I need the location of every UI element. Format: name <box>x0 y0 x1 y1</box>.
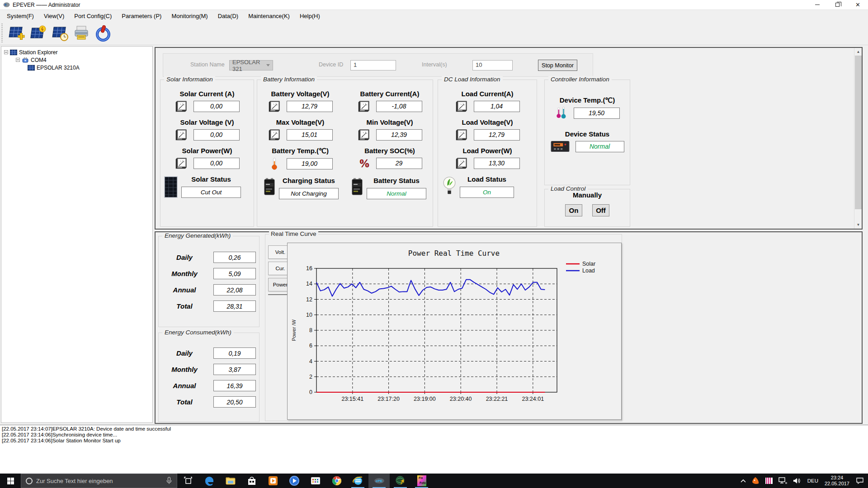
tree-item-com4[interactable]: COM4 <box>1 56 152 64</box>
svg-text:10: 10 <box>306 312 312 318</box>
store-icon[interactable] <box>241 474 262 488</box>
load-on-button[interactable]: On <box>565 204 582 216</box>
svg-text:Load: Load <box>582 267 595 274</box>
device-status-value: Normal <box>576 141 624 152</box>
svg-text:16: 16 <box>306 265 312 272</box>
device-temp-value: 19,50 <box>574 108 620 119</box>
menu-view[interactable]: View(V) <box>39 11 69 21</box>
edge-icon[interactable] <box>198 474 220 488</box>
energy-and-curve-panel: Energy Generated(kWh) Daily0,26 Monthly5… <box>155 231 863 424</box>
svg-text:23:15:41: 23:15:41 <box>341 396 363 402</box>
gen-annual-label: Annual <box>162 286 207 294</box>
media-player-icon[interactable] <box>262 474 283 488</box>
download-manager-icon[interactable] <box>390 474 411 488</box>
menu-data[interactable]: Data(D) <box>213 11 244 21</box>
solar-current-value: 0,00 <box>193 101 240 112</box>
restore-button[interactable] <box>827 0 848 10</box>
epever-logo-icon: e <box>3 1 10 8</box>
menu-maintenance[interactable]: Maintenance(K) <box>243 11 295 21</box>
gauge-icon <box>175 128 188 141</box>
power-icon[interactable] <box>92 23 114 44</box>
avast-icon[interactable] <box>749 474 762 488</box>
menu-monitoring[interactable]: Monitoring(M) <box>166 11 212 21</box>
menu-port-config[interactable]: Port Config(C) <box>69 11 117 21</box>
chrome-icon[interactable] <box>326 474 347 488</box>
con-total-label: Total <box>162 398 207 406</box>
svg-text:23:24:01: 23:24:01 <box>522 396 544 402</box>
tool-bar <box>0 22 868 45</box>
app-grid-icon[interactable] <box>305 474 326 488</box>
gauge-icon <box>455 100 468 113</box>
dual-thermometer-icon <box>555 107 568 119</box>
start-button[interactable] <box>0 474 21 488</box>
svg-text:6: 6 <box>309 343 312 349</box>
hidden-icons-chevron-icon[interactable] <box>738 474 748 488</box>
scrollbar-thumb[interactable] <box>855 56 862 209</box>
solar-panel-icon <box>10 49 17 56</box>
file-explorer-icon[interactable] <box>220 474 241 488</box>
video-player-icon[interactable] <box>283 474 305 488</box>
dc-load-information-group: DC Load Information Load Current(A) 1,04… <box>438 80 537 227</box>
tree-label[interactable]: COM4 <box>31 57 47 63</box>
menu-parameters[interactable]: Parameters (P) <box>117 11 166 21</box>
print-icon[interactable] <box>71 23 92 44</box>
tree-item-station-explorer[interactable]: Station Explorer <box>1 48 152 56</box>
load-voltage-label: Load Voltage(V) <box>438 118 537 126</box>
volume-icon[interactable] <box>791 474 804 488</box>
menu-help[interactable]: Help(H) <box>295 11 325 21</box>
tree-item-epsolar-3210a[interactable]: EPSOLAR 3210A <box>1 64 152 71</box>
minimize-button[interactable] <box>807 0 827 10</box>
svg-text:12: 12 <box>306 296 312 303</box>
charging-status-value: Not Charging <box>279 188 339 199</box>
expander-icon[interactable] <box>16 58 20 62</box>
solar-current-label: Solar Current (A) <box>160 90 254 98</box>
gauge-icon <box>358 100 370 113</box>
group-title: Load Control <box>548 185 588 192</box>
tray-date: 22.05.2017 <box>825 481 849 487</box>
vertical-scrollbar[interactable]: ▲ ▼ <box>854 48 862 229</box>
station-monitor-icon[interactable] <box>27 23 49 44</box>
load-voltage-value: 12,79 <box>474 129 520 141</box>
gauge-icon <box>175 100 188 113</box>
solar-power-label: Solar Power(W) <box>160 147 254 155</box>
tree-label[interactable]: EPSOLAR 3210A <box>37 65 80 71</box>
load-off-button[interactable]: Off <box>592 204 609 216</box>
energy-generated-group: Energy Generated(kWh) Daily0,26 Monthly5… <box>158 236 259 327</box>
realtime-chart-svg: Power Real Time CurvePower /W23:15:4123:… <box>288 243 621 419</box>
epever-icon[interactable]: ePE <box>368 474 390 488</box>
action-center-icon[interactable] <box>854 474 866 488</box>
add-station-icon[interactable] <box>5 23 27 44</box>
network-icon[interactable] <box>776 474 790 488</box>
station-history-icon[interactable] <box>49 23 71 44</box>
menu-system[interactable]: System(F) <box>2 11 39 21</box>
battery-voltage-value: 12,79 <box>287 101 333 112</box>
windows-logo-icon <box>7 478 14 484</box>
expander-icon[interactable] <box>4 50 8 54</box>
station-explorer-tree: Station Explorer COM4 EPSOLAR 3210A <box>1 46 153 423</box>
station-name-value: EPSOLAR 321 <box>232 59 266 72</box>
station-name-select[interactable]: EPSOLAR 321 <box>229 60 273 70</box>
close-button[interactable]: ✕ <box>848 0 868 10</box>
stop-monitor-button[interactable]: Stop Monitor <box>538 60 577 71</box>
task-view-icon[interactable] <box>177 474 198 488</box>
load-power-value: 13,30 <box>474 158 520 169</box>
microphone-icon[interactable] <box>166 477 172 485</box>
battery-soc-label: Battery SOC(%) <box>347 147 433 155</box>
interval-field[interactable]: 10 <box>472 60 513 70</box>
load-current-value: 1,04 <box>474 101 520 112</box>
pink-app-icon[interactable] <box>763 474 775 488</box>
com-port-icon <box>22 57 29 63</box>
taskbar-search[interactable]: Zur Suche Text hier eingeben <box>21 474 177 488</box>
tree-label[interactable]: Station Explorer <box>19 49 57 56</box>
solar-panel-icon <box>28 65 35 71</box>
svg-text:0: 0 <box>309 389 312 395</box>
scroll-up-icon[interactable]: ▲ <box>854 48 862 56</box>
fixfoto-icon[interactable]: FixFoto <box>411 474 432 488</box>
scroll-down-icon[interactable]: ▼ <box>854 221 862 229</box>
svg-text:23:20:40: 23:20:40 <box>450 396 472 402</box>
device-id-field[interactable]: 1 <box>350 60 396 70</box>
language-indicator[interactable]: DEU <box>805 474 821 488</box>
internet-explorer-icon[interactable] <box>347 474 368 488</box>
clock[interactable]: 23:24 22.05.2017 <box>821 474 853 488</box>
con-annual-label: Annual <box>162 382 207 389</box>
